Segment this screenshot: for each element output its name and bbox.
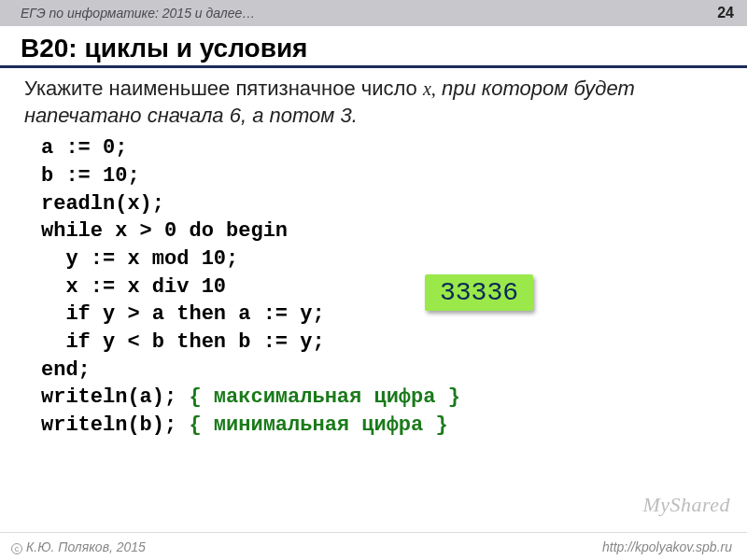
footer-author: cК.Ю. Поляков, 2015 <box>11 539 146 554</box>
problem-statement: Укажите наименьшее пятизначное число x, … <box>24 76 723 129</box>
code-line: writeln(b); <box>41 413 189 437</box>
course-title: ЕГЭ по информатике: 2015 и далее… <box>21 6 255 21</box>
code-block: a := 0; b := 10; readln(x); while x > 0 … <box>24 134 723 440</box>
copyright-icon: c <box>11 543 22 554</box>
code-line: writeln(a); <box>41 385 189 409</box>
page-number: 24 <box>717 5 734 21</box>
watermark: MyShared <box>642 493 730 517</box>
code-line: readln(x); <box>41 192 164 216</box>
author-text: К.Ю. Поляков, 2015 <box>26 539 146 554</box>
code-comment: { минимальная цифра } <box>189 413 447 437</box>
code-line: end; <box>41 358 91 382</box>
content: Укажите наименьшее пятизначное число x, … <box>0 68 747 440</box>
code-line: b := 10; <box>41 164 140 188</box>
code-line: while x > 0 do begin <box>41 219 288 243</box>
footer: cК.Ю. Поляков, 2015 http://kpolyakov.spb… <box>0 532 747 560</box>
code-line: x := x div 10 <box>41 275 226 299</box>
code-line: if y > a then a := y; <box>41 302 325 326</box>
problem-var: x, <box>423 78 436 99</box>
code-line: a := 0; <box>41 136 127 160</box>
slide-title: B20: циклы и условия <box>21 34 726 63</box>
code-line: y := x mod 10; <box>41 247 238 271</box>
title-area: B20: циклы и условия <box>0 26 747 68</box>
code-line: if y < b then b := y; <box>41 330 325 354</box>
footer-url: http://kpolyakov.spb.ru <box>602 539 732 554</box>
answer-box: 33336 <box>425 274 533 311</box>
header-bar: ЕГЭ по информатике: 2015 и далее… 24 <box>0 0 747 26</box>
code-comment: { максимальная цифра } <box>189 385 459 409</box>
problem-lead: Укажите наименьшее пятизначное число <box>24 77 423 100</box>
